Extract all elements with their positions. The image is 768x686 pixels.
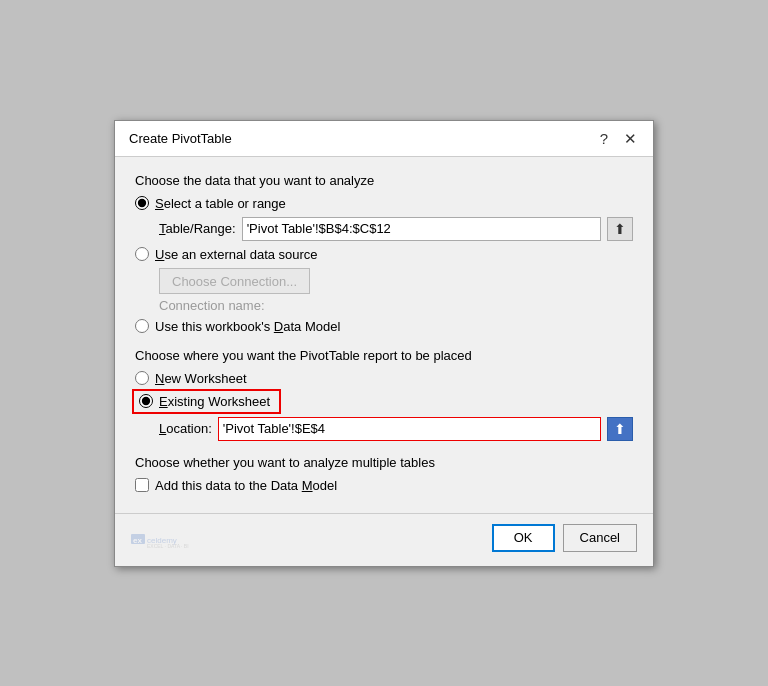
section1-label: Choose the data that you want to analyze bbox=[135, 173, 633, 188]
location-input[interactable] bbox=[218, 417, 601, 441]
radio-existing-worksheet-row: Existing Worksheet bbox=[135, 392, 278, 411]
ok-button[interactable]: OK bbox=[492, 524, 555, 552]
radio-select-table-text: Select a table or range bbox=[155, 196, 286, 211]
create-pivot-table-dialog: Create PivotTable ? ✕ Choose the data th… bbox=[114, 120, 654, 567]
table-range-row: Table/Range: ⬆ bbox=[159, 217, 633, 241]
radio-new-worksheet-row: New Worksheet bbox=[135, 371, 633, 386]
section2-label: Choose where you want the PivotTable rep… bbox=[135, 348, 633, 363]
radio-external-row: Use an external data source bbox=[135, 247, 633, 262]
radio-external[interactable] bbox=[135, 247, 149, 261]
cancel-button[interactable]: Cancel bbox=[563, 524, 637, 552]
choose-connection-button: Choose Connection... bbox=[159, 268, 310, 294]
add-data-model-checkbox[interactable] bbox=[135, 478, 149, 492]
radio-select-table[interactable] bbox=[135, 196, 149, 210]
dialog-title: Create PivotTable bbox=[129, 131, 232, 146]
svg-text:EXCEL · DATA · BI: EXCEL · DATA · BI bbox=[147, 543, 189, 548]
dialog-footer: ex celdemy EXCEL · DATA · BI OK Cancel bbox=[115, 513, 653, 566]
dialog-body: Choose the data that you want to analyze… bbox=[115, 157, 653, 513]
radio-data-model-label[interactable]: Use this workbook's Data Model bbox=[155, 319, 340, 334]
location-label: Location: bbox=[159, 421, 212, 436]
table-range-input[interactable] bbox=[242, 217, 601, 241]
radio-select-table-row: Select a table or range bbox=[135, 196, 633, 211]
close-button[interactable]: ✕ bbox=[620, 131, 641, 146]
watermark: ex celdemy EXCEL · DATA · BI bbox=[131, 528, 484, 548]
radio-data-model-row: Use this workbook's Data Model bbox=[135, 319, 633, 334]
table-range-upload-button[interactable]: ⬆ bbox=[607, 217, 633, 241]
svg-text:ex: ex bbox=[133, 536, 142, 545]
radio-existing-worksheet-label[interactable]: Existing Worksheet bbox=[159, 394, 270, 409]
radio-data-model[interactable] bbox=[135, 319, 149, 333]
radio-new-worksheet[interactable] bbox=[135, 371, 149, 385]
radio-new-worksheet-label[interactable]: New Worksheet bbox=[155, 371, 247, 386]
add-data-model-label[interactable]: Add this data to the Data Model bbox=[155, 478, 337, 493]
location-row: Location: ⬆ bbox=[159, 417, 633, 441]
radio-existing-worksheet[interactable] bbox=[139, 394, 153, 408]
watermark-logo: ex celdemy EXCEL · DATA · BI bbox=[131, 528, 191, 548]
section3-label: Choose whether you want to analyze multi… bbox=[135, 455, 633, 470]
table-range-label: Table/Range: bbox=[159, 221, 236, 236]
choose-connection-area: Choose Connection... bbox=[159, 268, 633, 294]
location-upload-button[interactable]: ⬆ bbox=[607, 417, 633, 441]
radio-external-label[interactable]: Use an external data source bbox=[155, 247, 318, 262]
radio-select-table-label[interactable]: Select a table or range bbox=[155, 196, 286, 211]
title-bar: Create PivotTable ? ✕ bbox=[115, 121, 653, 157]
add-data-model-row: Add this data to the Data Model bbox=[135, 478, 633, 493]
help-button[interactable]: ? bbox=[596, 131, 612, 146]
connection-name-label: Connection name: bbox=[159, 298, 633, 313]
title-bar-buttons: ? ✕ bbox=[596, 131, 641, 146]
